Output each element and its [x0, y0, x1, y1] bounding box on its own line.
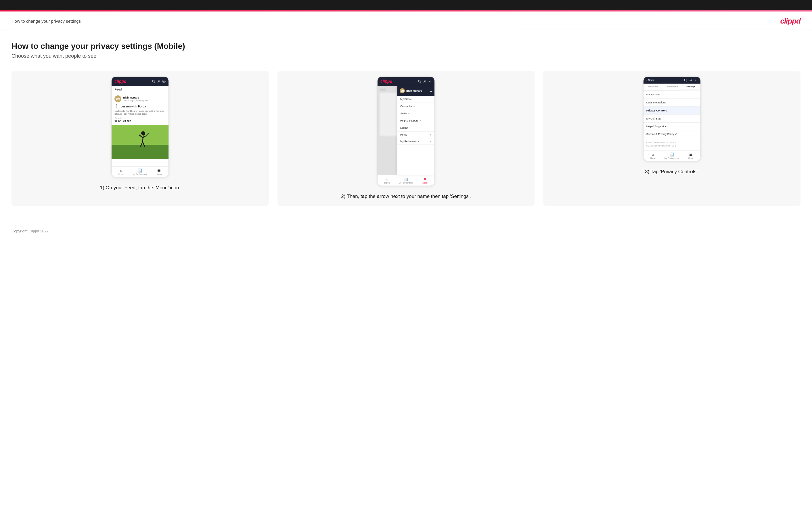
step-2-card: clippd Feed: [277, 71, 535, 206]
step-3-description: 3) Tap 'Privacy Controls'.: [645, 168, 699, 175]
tab-connections[interactable]: Connections: [662, 83, 681, 90]
phone-nav-1: clippd: [111, 77, 168, 86]
nav-menu-1[interactable]: ☰ Menu: [150, 168, 168, 175]
settings-service-privacy[interactable]: Service & Privacy Policy ↗: [644, 130, 701, 138]
lesson-desc: Looking to feel like my hands are exitin…: [114, 110, 166, 116]
svg-line-10: [143, 135, 143, 142]
server-version: GQL Server Version: 2022.7.30-1: [646, 144, 698, 147]
nav-home-2: ⌂ Home: [377, 177, 397, 184]
nav-performance-1: 📊 My Performance: [131, 168, 150, 175]
step-1-card: clippd Feed BM Blair McHarg: [11, 71, 269, 206]
settings-my-golf-bag[interactable]: My Golf Bag ›: [644, 115, 701, 123]
dropdown-logout[interactable]: Logout: [397, 124, 435, 131]
duration-label: Duration: [114, 117, 166, 119]
dropdown-performance-section[interactable]: My Performance ▼: [397, 138, 435, 145]
client-version: Clippd Client Version: 2022.8.3-3: [646, 141, 698, 144]
nav-menu-3[interactable]: ☰ Menu: [681, 152, 701, 159]
phone-nav-2: clippd: [377, 77, 435, 86]
settings-icon-2: [428, 79, 432, 83]
chevron-right-icon: ›: [697, 93, 697, 96]
svg-point-23: [695, 80, 696, 81]
nav-menu-close-2[interactable]: ✕ Menu: [415, 177, 435, 184]
svg-line-1: [154, 82, 155, 83]
svg-point-4: [116, 104, 117, 105]
dropdown-myprofile[interactable]: My Profile: [397, 96, 435, 103]
settings-my-account[interactable]: My Account ›: [644, 91, 701, 99]
duration-value: 01 hr : 30 min: [114, 119, 166, 122]
post-user: BM Blair McHarg Yesterday · Sunningdale: [114, 95, 166, 102]
dropdown-home-section[interactable]: Home ▼: [397, 131, 435, 138]
dropdown-header: BM Blair McHarg ▲: [397, 86, 435, 96]
chevron-down-perf: ▼: [429, 140, 432, 143]
avatar: BM: [114, 95, 121, 102]
dropdown-user: BM Blair McHarg: [400, 88, 422, 93]
nav-home-3: ⌂ Home: [644, 152, 662, 159]
step-1-description: 1) On your Feed, tap the 'Menu' icon.: [100, 184, 181, 191]
svg-point-0: [152, 80, 154, 82]
phone-mockup-1: clippd Feed BM Blair McHarg: [111, 76, 169, 177]
phone-icons-3: [684, 78, 698, 82]
user-icon-3: [689, 78, 693, 82]
header: How to change your privacy settings clip…: [0, 11, 812, 30]
page-subheading: Choose what you want people to see: [11, 53, 801, 59]
top-bar: [0, 0, 812, 10]
svg-line-17: [420, 82, 421, 83]
phone-icons-2: [418, 79, 432, 83]
user-icon: [157, 79, 160, 83]
dropdown-help[interactable]: Help & Support ↗: [397, 117, 435, 124]
lesson-row: Lesson with Fordy: [114, 104, 166, 109]
phone-mockup-3: ‹ Back My Profile Connections Settings: [643, 76, 701, 161]
chevron-up-icon: ▲: [430, 90, 432, 92]
settings-tabs: My Profile Connections Settings: [644, 83, 701, 91]
dropdown-connections[interactable]: Connections: [397, 103, 435, 110]
header-title: How to change your privacy settings: [11, 19, 81, 23]
chevron-right-icon-2: ›: [697, 101, 697, 104]
svg-line-21: [686, 81, 687, 81]
svg-point-20: [684, 79, 687, 81]
phone-bottom-nav-1: ⌂ Home 📊 My Performance ☰ Menu: [111, 166, 168, 177]
phone-content-1: Feed BM Blair McHarg Yesterday · Sunning…: [111, 86, 168, 166]
nav-home-1: ⌂ Home: [111, 168, 131, 175]
brand-logo: clippd: [780, 17, 801, 25]
dropdown-menu: BM Blair McHarg ▲ My Profile Connections…: [397, 86, 435, 175]
svg-point-19: [429, 81, 430, 82]
phone-logo-1: clippd: [114, 79, 126, 83]
svg-point-3: [164, 81, 164, 82]
tab-settings[interactable]: Settings: [681, 83, 701, 90]
chevron-down-home: ▼: [429, 133, 432, 136]
tab-myprofile[interactable]: My Profile: [644, 83, 662, 90]
footer: Copyright Clippd 2022: [0, 223, 812, 239]
dropdown-settings[interactable]: Settings: [397, 110, 435, 117]
feed-tab: Feed: [111, 86, 168, 93]
copyright: Copyright Clippd 2022: [11, 229, 49, 233]
lesson-title: Lesson with Fordy: [120, 105, 146, 108]
golfer-svg: [111, 125, 168, 159]
svg-point-2: [158, 80, 159, 81]
page-heading: How to change your privacy settings (Mob…: [11, 42, 801, 51]
settings-list: My Account › Data Integrations › Privacy…: [644, 91, 701, 138]
step-3-card: ‹ Back My Profile Connections Settings: [543, 71, 801, 206]
dropdown-username: Blair McHarg: [406, 89, 422, 92]
search-icon-2: [418, 79, 421, 83]
phone-icons-1: [152, 79, 166, 83]
golf-photo: [111, 125, 168, 159]
back-arrow: ‹: [646, 79, 647, 81]
nav-performance-3: 📊 My Performance: [662, 152, 681, 159]
search-icon: [152, 79, 155, 83]
svg-point-22: [690, 79, 691, 80]
version-info: Clippd Client Version: 2022.8.3-3 GQL Se…: [644, 138, 701, 150]
golf-icon: [114, 104, 119, 109]
svg-point-18: [424, 80, 425, 81]
settings-back-nav: ‹ Back: [644, 77, 701, 83]
settings-help-support[interactable]: Help & Support ↗: [644, 123, 701, 130]
back-button[interactable]: ‹ Back: [646, 79, 654, 81]
phone-bottom-nav-2: ⌂ Home 📊 My Performance ✕ Menu: [377, 175, 435, 185]
settings-data-integrations[interactable]: Data Integrations ›: [644, 99, 701, 107]
svg-point-16: [418, 80, 420, 82]
main-content: How to change your privacy settings (Mob…: [0, 30, 812, 223]
user-icon-2: [423, 79, 426, 83]
back-label: Back: [648, 79, 654, 81]
settings-privacy-controls[interactable]: Privacy Controls ›: [644, 107, 701, 115]
phone-mockup-2: clippd Feed: [377, 76, 435, 186]
dropdown-avatar: BM: [400, 88, 405, 93]
